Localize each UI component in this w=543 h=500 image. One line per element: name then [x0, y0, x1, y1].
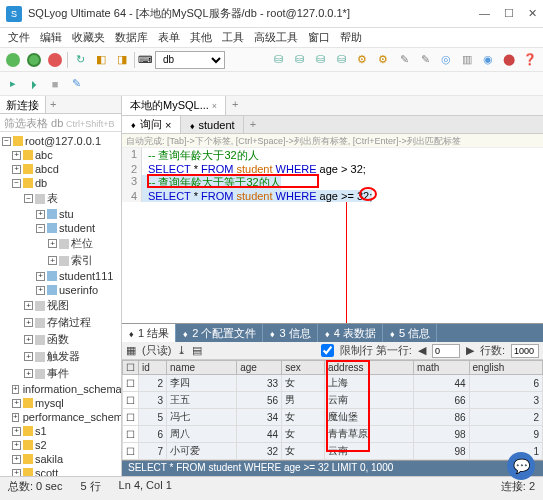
window-title: SQLyog Ultimate 64 - [本地的MySQL服务器/db - r…: [28, 6, 479, 21]
rows-input[interactable]: [511, 344, 539, 358]
limit-checkbox[interactable]: [321, 344, 334, 357]
tree-item[interactable]: +事件: [0, 365, 121, 382]
menu-高级工具[interactable]: 高级工具: [254, 30, 298, 45]
icon-m[interactable]: ❓: [521, 51, 539, 69]
icon-f[interactable]: ⚙: [374, 51, 392, 69]
tree-item[interactable]: +sakila: [0, 452, 121, 466]
maximize-button[interactable]: ☐: [504, 7, 514, 20]
sub-tab[interactable]: ⬧ 询问 ×: [122, 116, 181, 133]
icon-d[interactable]: ⛁: [332, 51, 350, 69]
add-sub-tab-icon[interactable]: +: [244, 116, 262, 133]
sql-editor[interactable]: 1-- 查询年龄大于32的人2SELECT * FROM student WHE…: [122, 148, 543, 202]
new-conn-icon[interactable]: [4, 51, 22, 69]
tool2-icon[interactable]: ◨: [113, 51, 131, 69]
cursor-pos: Ln 4, Col 1: [119, 479, 172, 492]
result-tab[interactable]: ⬧ 5 信息: [383, 324, 437, 342]
tree-item[interactable]: +userinfo: [0, 283, 121, 297]
menu-收藏夹[interactable]: 收藏夹: [72, 30, 105, 45]
icon-h[interactable]: ✎: [416, 51, 434, 69]
close-button[interactable]: ✕: [528, 7, 537, 20]
toolbar-primary: ↻ ◧ ◨ ⌨ db ⛁ ⛁ ⛁ ⛁ ⚙ ⚙ ✎ ✎ ◎ ▥ ◉ ⬤ ❓: [0, 48, 543, 72]
rows-label: 行数:: [480, 343, 505, 358]
sidebar-tab[interactable]: 新连接: [0, 96, 46, 113]
first-row-nav-icon[interactable]: ◀: [418, 344, 426, 357]
menu-帮助[interactable]: 帮助: [340, 30, 362, 45]
menu-表单[interactable]: 表单: [158, 30, 180, 45]
tree-item[interactable]: +abcd: [0, 162, 121, 176]
database-select[interactable]: db: [155, 51, 225, 69]
format-icon[interactable]: ✎: [67, 75, 85, 93]
limit-label: 限制行 第一行:: [340, 343, 412, 358]
sub-tab[interactable]: ⬧ student: [181, 116, 244, 133]
grid-mode-icon[interactable]: ▦: [126, 344, 136, 357]
filter-input[interactable]: 筛选表格 db Ctrl+Shift+B: [0, 114, 121, 132]
object-tree: −root@127.0.0.1+abc+abcd−db−表+stu−studen…: [0, 132, 121, 476]
connection-count: 连接: 2: [501, 479, 535, 492]
tree-item[interactable]: +视图: [0, 297, 121, 314]
refresh-icon[interactable]: ↻: [71, 51, 89, 69]
result-tab[interactable]: ⬧ 2 个配置文件: [176, 324, 263, 342]
reconnect-icon[interactable]: [25, 51, 43, 69]
add-tab-icon[interactable]: +: [46, 96, 60, 113]
result-toolbar: ▦ (只读) ⤓ ▤ 限制行 第一行: ◀ ▶ 行数:: [122, 342, 543, 360]
tree-item[interactable]: +stu: [0, 207, 121, 221]
annotation-line: [346, 202, 347, 323]
tree-item[interactable]: +information_schema: [0, 382, 121, 396]
next-row-nav-icon[interactable]: ▶: [466, 344, 474, 357]
tree-item[interactable]: −表: [0, 190, 121, 207]
tool1-icon[interactable]: ◧: [92, 51, 110, 69]
icon-b[interactable]: ⛁: [290, 51, 308, 69]
tree-item[interactable]: +mysql: [0, 396, 121, 410]
tree-item[interactable]: +栏位: [0, 235, 121, 252]
tree-item[interactable]: +s1: [0, 424, 121, 438]
icon-k[interactable]: ◉: [479, 51, 497, 69]
export-icon[interactable]: ⤓: [177, 344, 186, 357]
editor-area: 本地的MySQL...×+ ⬧ 询问 ×⬧ student+ 自动完成: [Ta…: [122, 96, 543, 476]
menu-其他[interactable]: 其他: [190, 30, 212, 45]
exec-icon[interactable]: ▸: [4, 75, 22, 93]
add-editor-tab-icon[interactable]: +: [226, 96, 244, 115]
menu-编辑[interactable]: 编辑: [40, 30, 62, 45]
icon-i[interactable]: ◎: [437, 51, 455, 69]
sidebar: 新连接+ 筛选表格 db Ctrl+Shift+B −root@127.0.0.…: [0, 96, 122, 476]
icon-g[interactable]: ✎: [395, 51, 413, 69]
menu-窗口[interactable]: 窗口: [308, 30, 330, 45]
toolbar-secondary: ▸ ⏵ ■ ✎: [0, 72, 543, 96]
readonly-label: (只读): [142, 343, 171, 358]
result-tab[interactable]: ⬧ 3 信息: [263, 324, 317, 342]
tree-item[interactable]: +函数: [0, 331, 121, 348]
icon-c[interactable]: ⛁: [311, 51, 329, 69]
menu-文件[interactable]: 文件: [8, 30, 30, 45]
menu-数据库[interactable]: 数据库: [115, 30, 148, 45]
tree-item[interactable]: +触发器: [0, 348, 121, 365]
total-time: 总数: 0 sec: [8, 479, 62, 492]
chat-bubble-icon[interactable]: 💬: [507, 452, 535, 480]
tree-item[interactable]: +abc: [0, 148, 121, 162]
tree-item[interactable]: +student111: [0, 269, 121, 283]
tree-item[interactable]: −root@127.0.0.1: [0, 134, 121, 148]
minimize-button[interactable]: —: [479, 7, 490, 20]
icon-a[interactable]: ⛁: [269, 51, 287, 69]
tree-item[interactable]: −db: [0, 176, 121, 190]
result-tab[interactable]: ⬧ 4 表数据: [318, 324, 383, 342]
editor-tab[interactable]: 本地的MySQL...×: [122, 96, 226, 115]
icon-l[interactable]: ⬤: [500, 51, 518, 69]
tree-item[interactable]: +performance_schema: [0, 410, 121, 424]
menu-工具[interactable]: 工具: [222, 30, 244, 45]
stop-icon[interactable]: ■: [46, 75, 64, 93]
exec-all-icon[interactable]: ⏵: [25, 75, 43, 93]
first-row-input[interactable]: [432, 344, 460, 358]
disconnect-icon[interactable]: [46, 51, 64, 69]
view-icon[interactable]: ▤: [192, 344, 202, 357]
close-tab-icon[interactable]: ×: [212, 101, 217, 111]
app-logo-icon: S: [6, 6, 22, 22]
tree-item[interactable]: +索引: [0, 252, 121, 269]
icon-e[interactable]: ⚙: [353, 51, 371, 69]
icon-j[interactable]: ▥: [458, 51, 476, 69]
result-tab[interactable]: ⬧ 1 结果: [122, 324, 176, 342]
result-grid[interactable]: ☐idnameagesexaddressmathenglish☐2李四33女上海…: [122, 360, 543, 460]
tree-item[interactable]: +scott: [0, 466, 121, 476]
tree-item[interactable]: +s2: [0, 438, 121, 452]
tree-item[interactable]: −student: [0, 221, 121, 235]
tree-item[interactable]: +存储过程: [0, 314, 121, 331]
